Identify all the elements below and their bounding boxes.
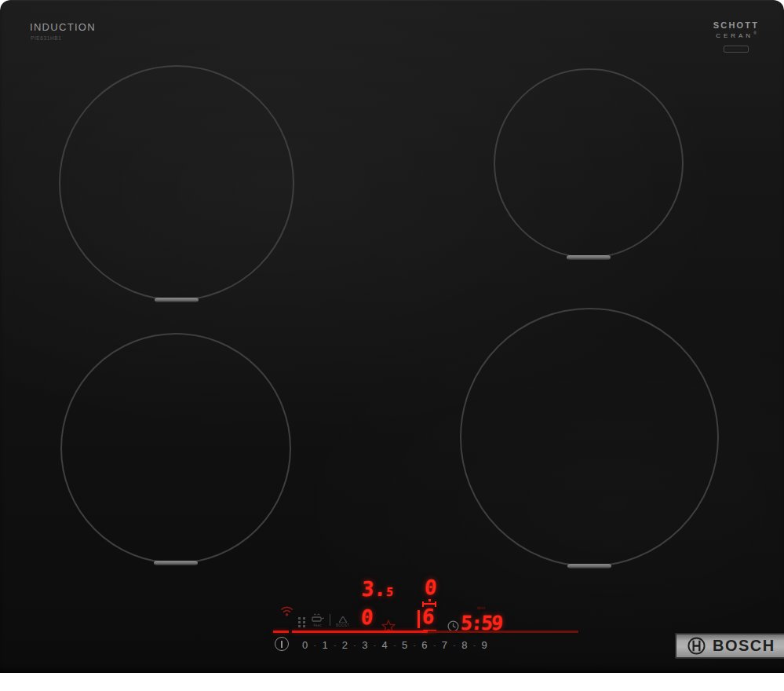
zone-select-marker-dot [428,599,431,601]
induction-cooktop: INDUCTION PIE631HB1 SCHOTT CERAN® ······… [0,0,784,691]
wifi-icon [279,605,294,620]
slider-separator: - [334,642,336,649]
display-back-right: 0 [424,577,437,598]
clock-icon[interactable] [447,620,459,635]
star-icon[interactable] [381,620,396,636]
ceran-line: CERAN® [710,31,762,39]
pan-icon [311,613,324,623]
slider-number[interactable]: 5 [402,639,407,651]
slider-separator: - [414,642,416,649]
pan-hint-label: 4sec [313,623,322,627]
slider-separator: - [393,642,396,649]
induction-label: INDUCTION [30,21,96,33]
slider-number[interactable]: 8 [461,639,467,651]
burner-front-right [460,308,719,567]
decimal-sub-digit: 5 [385,585,393,599]
pan-align-mark [567,564,611,569]
boost-arrow-icon [339,616,347,623]
slider-number[interactable]: 3 [362,639,367,651]
slider-number[interactable]: 2 [342,639,348,651]
accent-line-left [273,631,289,633]
slider-line-active[interactable] [292,631,428,633]
slider-number[interactable]: 9 [482,639,487,651]
glass-surface: INDUCTION PIE631HB1 SCHOTT CERAN® ······… [0,0,784,673]
slider-separator: - [473,642,476,649]
slider-number[interactable]: 0 [302,639,308,651]
slider-number[interactable]: 6 [421,639,427,651]
slider-separator: - [454,642,456,649]
divider [330,614,330,626]
printed-key-hints: 4sec BOOST [298,613,349,627]
slider-number[interactable]: 1 [322,639,327,651]
boost-label: BOOST [336,623,349,627]
power-icon [281,641,283,648]
bosch-wordmark: BOSCH [713,637,775,655]
pan-restart-key[interactable]: 4sec [311,613,324,627]
front-metal-trim [0,673,784,691]
zone-select-marker-left [418,610,420,628]
zone-select-marker-top [422,603,436,605]
bosch-emblem-icon [687,637,706,655]
slider-number[interactable]: 4 [382,639,388,651]
pan-align-mark [154,561,198,565]
slider-number[interactable]: 7 [442,639,447,651]
slider-separator: - [314,642,316,649]
pan-align-mark [155,298,199,302]
bosch-badge: BOSCH [675,633,784,659]
display-front-left: 0 [360,607,374,627]
slider-separator: - [374,642,376,649]
slider-separator: - [354,642,356,649]
display-back-left: 3.5 [361,579,394,599]
burner-front-left [60,333,291,564]
display-front-right: 6 [421,606,435,627]
slider-line-inactive[interactable] [428,631,578,633]
schott-fineprint: ········· [724,46,749,53]
boost-key[interactable]: BOOST [336,616,349,627]
burner-back-left [59,65,294,301]
schott-line: SCHOTT [710,20,762,30]
slider-separator: - [433,642,436,649]
pan-align-mark [567,255,611,260]
power-level-slider[interactable]: 0-1-2-3-4-5-6-7-8-9 [302,639,487,651]
keypad-icon [298,617,305,627]
model-number: PIE631HB1 [31,35,61,41]
power-button[interactable] [275,637,289,651]
timer-unit-label: min [477,605,485,610]
burner-back-right [494,68,684,258]
schott-ceran-logo: SCHOTT CERAN® ········· [710,20,762,53]
registered-mark: ® [753,31,757,35]
